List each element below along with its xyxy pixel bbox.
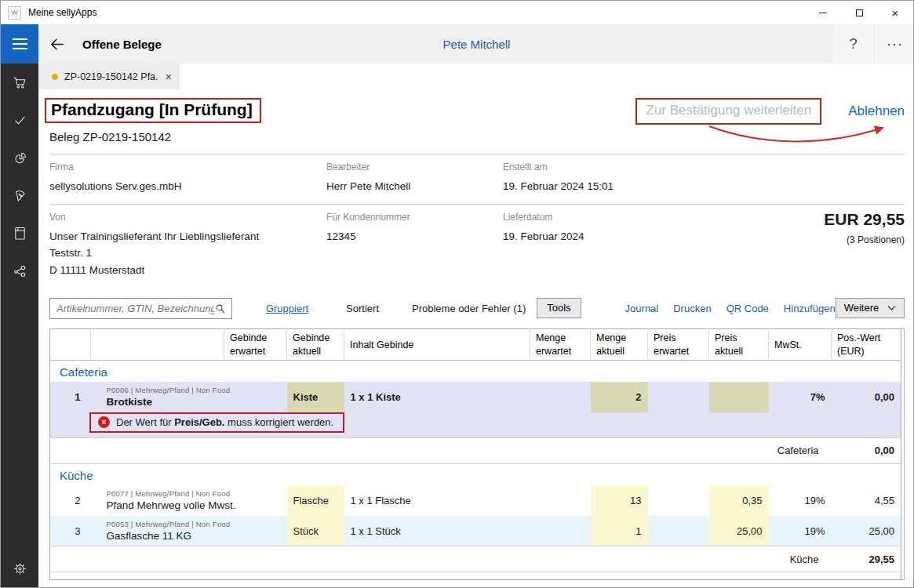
table-row[interactable]: 3 P0053 | Mehrweg/Pfand | Non Food Gasfl… xyxy=(50,516,901,546)
row-number: 2 xyxy=(50,485,91,516)
tab-label: ZP-0219-150142 Pfa... xyxy=(64,71,158,82)
cart-icon xyxy=(12,74,28,91)
more-options-button[interactable]: ··· xyxy=(875,24,914,64)
firma-value: sellysolutions Serv.ges.mbH xyxy=(49,178,326,195)
sidebar-item-catalog[interactable] xyxy=(1,214,38,252)
table-header-row: Gebinde erwartet Gebinde aktuell Inhalt … xyxy=(50,329,901,361)
drucken-link[interactable]: Drucken xyxy=(673,303,711,314)
search-box[interactable] xyxy=(49,298,232,319)
subtotal-value: 29,55 xyxy=(832,546,901,572)
gebinde-aktuell-cell[interactable]: Kiste xyxy=(287,382,344,412)
subtotal-row-cafeteria: Cafeteria 0,00 xyxy=(50,437,901,463)
error-annotation-box: × Der Wert für Preis/Geb. muss korrigier… xyxy=(89,412,344,433)
col-preis-aktuell: Preis aktuell xyxy=(709,329,769,361)
current-user[interactable]: Pete Mitchell xyxy=(443,38,511,51)
journal-link[interactable]: Journal xyxy=(625,303,659,314)
gruppiert-toggle[interactable]: Gruppiert xyxy=(266,303,308,314)
table-row[interactable]: 1 P0006 | Mehrweg/Pfand | Non Food Brotk… xyxy=(50,382,901,412)
table-row[interactable]: 2 P0077 | Mehrweg/Pfand | Non Food Pfand… xyxy=(50,485,901,516)
menge-aktuell-cell[interactable]: 13 xyxy=(591,485,648,516)
maximize-button[interactable] xyxy=(841,1,877,24)
tab-document[interactable]: ZP-0219-150142 Pfa... × xyxy=(38,64,180,89)
probleme-filter[interactable]: Probleme oder Fehler (1) xyxy=(412,303,526,314)
sidebar-item-statistics[interactable] xyxy=(1,139,38,176)
article-name: Brotkiste xyxy=(107,396,218,408)
pos-wert-cell: 0,00 xyxy=(832,382,901,412)
sidebar-item-vouchers[interactable] xyxy=(1,176,38,214)
window-title: Meine sellyApps xyxy=(28,7,96,18)
tab-close-icon[interactable]: × xyxy=(166,71,172,83)
forward-action-disabled[interactable]: Zur Bestätigung weiterleiten xyxy=(646,103,811,118)
preis-aktuell-cell[interactable] xyxy=(709,382,769,412)
maximize-icon xyxy=(856,9,863,16)
search-input[interactable] xyxy=(56,303,214,314)
close-button[interactable]: × xyxy=(877,1,913,24)
gebinde-aktuell-cell[interactable]: Flasche xyxy=(287,485,344,516)
sortiert-toggle[interactable]: Sortiert xyxy=(346,303,379,314)
reject-action[interactable]: Ablehnen xyxy=(848,103,905,119)
mwst-cell: 7% xyxy=(769,382,832,412)
back-button[interactable] xyxy=(38,24,75,64)
von-label: Von xyxy=(49,212,326,223)
menge-aktuell-cell[interactable]: 2 xyxy=(591,382,648,412)
subtotal-value: 0,00 xyxy=(832,437,901,463)
article-meta: P0077 | Mehrweg/Pfand | Non Food xyxy=(107,489,218,498)
von-line3: D 11111 Musterstadt xyxy=(49,262,326,279)
hamburger-menu-button[interactable] xyxy=(1,24,38,64)
article-meta: P0053 | Mehrweg/Pfand | Non Food xyxy=(107,520,218,528)
firma-label: Firma xyxy=(49,162,326,172)
col-menge-erwartet: Menge erwartet xyxy=(530,329,591,361)
unsaved-dot-icon xyxy=(52,74,58,80)
subtotal-row-kueche: Küche 29,55 xyxy=(50,546,901,572)
tools-button[interactable]: Tools xyxy=(537,298,581,318)
close-icon: × xyxy=(892,7,899,19)
sidebar-item-tasks[interactable] xyxy=(1,101,38,139)
positions-table: Gebinde erwartet Gebinde aktuell Inhalt … xyxy=(49,328,901,580)
inhalt-gebinde-cell: 1 x 1 Stück xyxy=(344,516,530,546)
article-cell: P0053 | Mehrweg/Pfand | Non Food Gasflas… xyxy=(91,516,224,546)
subtotal-label: Cafeteria xyxy=(50,437,832,463)
search-icon[interactable] xyxy=(214,303,226,314)
kundennummer-value: 12345 xyxy=(326,228,503,245)
preis-aktuell-cell[interactable]: 0,35 xyxy=(709,485,769,516)
check-icon xyxy=(12,112,28,129)
document-title: Pfandzugang [In Prüfung] xyxy=(51,100,253,118)
menge-erwartet-cell xyxy=(530,382,591,412)
title-annotation-box: Pfandzugang [In Prüfung] xyxy=(45,98,261,123)
gebinde-aktuell-cell[interactable]: Stück xyxy=(287,516,344,546)
sidebar-item-network[interactable] xyxy=(1,252,38,289)
preis-aktuell-cell[interactable]: 25,00 xyxy=(709,516,769,546)
pennant-icon xyxy=(12,187,28,204)
error-icon: × xyxy=(98,416,110,428)
help-button[interactable]: ? xyxy=(833,24,873,64)
validation-error-row: × Der Wert für Preis/Geb. muss korrigier… xyxy=(50,412,901,438)
share-network-icon xyxy=(12,263,28,279)
preis-erwartet-cell xyxy=(648,382,709,412)
sidebar xyxy=(1,24,38,587)
von-line1: Unser Trainingslieferant Ihr Lieblingsli… xyxy=(49,228,326,245)
gebinde-erwartet-cell xyxy=(224,382,287,412)
menge-aktuell-cell[interactable]: 1 xyxy=(591,516,648,546)
col-inhalt-gebinde: Inhalt Gebinde xyxy=(344,329,530,361)
menge-erwartet-cell xyxy=(530,516,591,546)
app-logo-icon: W xyxy=(8,6,21,20)
gear-icon xyxy=(12,561,28,577)
pos-wert-cell: 25,00 xyxy=(832,516,901,546)
weitere-dropdown[interactable]: Weitere xyxy=(836,298,905,318)
col-pos-wert: Pos.-Wert (EUR) xyxy=(832,329,901,361)
annotation-arrow xyxy=(707,122,890,151)
document-total: EUR 29,55 xyxy=(824,210,905,229)
table-scrollbar[interactable] xyxy=(901,328,905,580)
sidebar-item-cart[interactable] xyxy=(1,64,38,101)
sidebar-item-settings[interactable] xyxy=(1,550,38,587)
menge-erwartet-cell xyxy=(530,485,591,516)
row-number: 3 xyxy=(50,516,91,546)
erstellt-value: 19. Februar 2024 15:01 xyxy=(503,178,905,195)
qr-code-link[interactable]: QR Code xyxy=(726,303,769,314)
preis-erwartet-cell xyxy=(648,516,709,546)
page-title: Offene Belege xyxy=(82,38,162,51)
minimize-button[interactable] xyxy=(805,1,841,24)
article-cell: P0006 | Mehrweg/Pfand | Non Food Brotkis… xyxy=(91,382,224,412)
hinzufuegen-link[interactable]: Hinzufügen xyxy=(784,303,836,314)
bearbeiter-value: Herr Pete Mitchell xyxy=(326,178,503,195)
